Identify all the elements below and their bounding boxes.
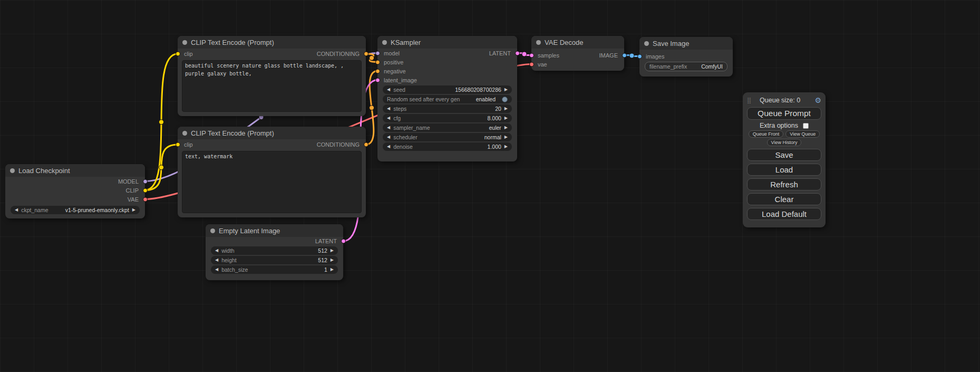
wire-conditioning-negative[interactable] <box>366 71 377 145</box>
node-ksampler[interactable]: KSampler model LATENT positive negative … <box>377 36 517 161</box>
decrement-arrow-icon[interactable]: ◀ <box>215 268 218 272</box>
output-slot-conditioning[interactable] <box>364 52 368 56</box>
steps-widget[interactable]: ◀ steps 20 ▶ <box>383 104 512 113</box>
increment-arrow-icon[interactable]: ▶ <box>504 145 508 149</box>
prev-arrow-icon[interactable]: ◀ <box>15 208 18 212</box>
node-vae-decode[interactable]: VAE Decode samples IMAGE vae <box>531 36 624 71</box>
next-arrow-icon[interactable]: ▶ <box>504 135 508 139</box>
input-slot-clip[interactable] <box>176 142 180 147</box>
output-slot-image[interactable] <box>622 53 627 58</box>
node-title-bar[interactable]: KSampler <box>377 36 517 49</box>
node-save-image[interactable]: Save Image images filename_prefix ComfyU… <box>639 37 733 77</box>
queue-size-label: Queue size: 0 <box>760 97 800 104</box>
node-clip-text-encode-positive[interactable]: CLIP Text Encode (Prompt) clip CONDITION… <box>178 36 366 116</box>
output-slot-model[interactable] <box>143 179 148 184</box>
queue-front-button[interactable]: Queue Front <box>749 130 784 138</box>
load-button[interactable]: Load <box>747 164 821 176</box>
collapse-dot-icon[interactable] <box>210 228 215 233</box>
prompt-textarea[interactable]: text, watermark <box>182 151 362 213</box>
node-title: CLIP Text Encode (Prompt) <box>191 129 274 137</box>
widget-value: enabled <box>476 96 496 102</box>
output-slot-conditioning[interactable] <box>364 142 368 147</box>
node-clip-text-encode-negative[interactable]: CLIP Text Encode (Prompt) clip CONDITION… <box>178 127 366 217</box>
collapse-dot-icon[interactable] <box>536 40 541 45</box>
refresh-button[interactable]: Refresh <box>747 178 821 190</box>
collapse-dot-icon[interactable] <box>10 168 15 173</box>
node-title-bar[interactable]: VAE Decode <box>531 36 624 49</box>
wire-clip-negative[interactable] <box>145 145 178 190</box>
batch-size-widget[interactable]: ◀ batch_size 1 ▶ <box>211 265 338 274</box>
drag-handle-icon[interactable]: ⣿ <box>747 97 751 104</box>
wire-clip-positive[interactable] <box>145 54 178 190</box>
prev-arrow-icon[interactable]: ◀ <box>387 135 390 139</box>
denoise-widget[interactable]: ◀ denoise 1.000 ▶ <box>383 142 512 151</box>
cfg-widget[interactable]: ◀ cfg 8.000 ▶ <box>383 114 512 122</box>
input-slot-model[interactable] <box>375 51 380 55</box>
decrement-arrow-icon[interactable]: ◀ <box>215 258 218 262</box>
next-arrow-icon[interactable]: ▶ <box>132 208 135 212</box>
output-slot-latent[interactable] <box>515 51 520 55</box>
node-title-bar[interactable]: Load Checkpoint <box>5 164 145 177</box>
widget-value: euler <box>489 125 501 131</box>
node-load-checkpoint[interactable]: Load Checkpoint MODEL CLIP VAE ◀ ckpt_na… <box>5 164 145 218</box>
toggle-dot-icon[interactable] <box>502 97 508 102</box>
decrement-arrow-icon[interactable]: ◀ <box>387 145 390 149</box>
increment-arrow-icon[interactable]: ▶ <box>331 249 334 253</box>
next-arrow-icon[interactable]: ▶ <box>504 126 508 130</box>
view-queue-button[interactable]: View Queue <box>785 130 820 138</box>
node-graph-canvas[interactable]: Load Checkpoint MODEL CLIP VAE ◀ ckpt_na… <box>0 0 980 372</box>
increment-arrow-icon[interactable]: ▶ <box>331 258 334 262</box>
output-slot-latent[interactable] <box>341 239 346 244</box>
node-title-bar[interactable]: CLIP Text Encode (Prompt) <box>178 36 366 49</box>
decrement-arrow-icon[interactable]: ◀ <box>215 249 218 253</box>
node-title-bar[interactable]: Save Image <box>639 37 733 50</box>
widget-label: steps <box>393 106 406 112</box>
queue-prompt-button[interactable]: Queue Prompt <box>747 107 821 120</box>
increment-arrow-icon[interactable]: ▶ <box>331 268 334 272</box>
decrement-arrow-icon[interactable]: ◀ <box>387 116 390 120</box>
input-slot-samples[interactable] <box>529 53 534 58</box>
sampler-name-widget[interactable]: ◀ sampler_name euler ▶ <box>383 123 512 132</box>
filename-prefix-widget[interactable]: filename_prefix ComfyUI <box>645 62 727 71</box>
width-widget[interactable]: ◀ width 512 ▶ <box>211 246 338 255</box>
input-slot-images[interactable] <box>637 54 642 59</box>
height-widget[interactable]: ◀ height 512 ▶ <box>211 256 338 264</box>
input-slot-clip[interactable] <box>176 52 180 56</box>
input-slot-vae[interactable] <box>529 62 534 66</box>
input-slot-latent-image[interactable] <box>375 78 380 82</box>
output-slot-clip[interactable] <box>143 188 148 193</box>
load-default-button[interactable]: Load Default <box>747 208 821 220</box>
node-title-bar[interactable]: Empty Latent Image <box>206 224 343 237</box>
prompt-textarea[interactable]: beautiful scenery nature glass bottle la… <box>182 60 362 112</box>
collapse-dot-icon[interactable] <box>644 41 649 46</box>
seed-widget[interactable]: ◀ seed 156680208700286 ▶ <box>383 85 512 94</box>
input-slot-negative[interactable] <box>375 69 380 73</box>
collapse-dot-icon[interactable] <box>382 40 387 45</box>
prev-arrow-icon[interactable]: ◀ <box>387 126 390 130</box>
settings-gear-icon[interactable]: ⚙ <box>814 96 821 104</box>
random-seed-toggle-widget[interactable]: Random seed after every gen enabled <box>383 95 512 103</box>
ckpt-name-widget[interactable]: ◀ ckpt_name v1-5-pruned-emaonly.ckpt ▶ <box>11 206 140 214</box>
increment-arrow-icon[interactable]: ▶ <box>504 88 508 92</box>
extra-options-checkbox[interactable] <box>803 123 809 129</box>
input-slot-positive[interactable] <box>375 60 380 64</box>
widget-value: 1 <box>324 266 327 273</box>
input-row-negative: negative <box>377 66 517 75</box>
clear-button[interactable]: Clear <box>747 193 821 205</box>
scheduler-widget[interactable]: ◀ scheduler normal ▶ <box>383 133 512 141</box>
output-slot-vae[interactable] <box>143 197 148 202</box>
save-button[interactable]: Save <box>747 149 821 161</box>
decrement-arrow-icon[interactable]: ◀ <box>387 88 390 92</box>
wire-midpoint-dot <box>629 53 634 58</box>
output-row-clip: CLIP <box>5 186 145 195</box>
widget-label: cfg <box>393 115 401 121</box>
view-history-button[interactable]: View History <box>767 139 802 146</box>
collapse-dot-icon[interactable] <box>182 40 187 45</box>
node-empty-latent-image[interactable]: Empty Latent Image LATENT ◀ width 512 ▶ … <box>206 224 343 280</box>
increment-arrow-icon[interactable]: ▶ <box>504 116 508 120</box>
widget-value: 1.000 <box>488 144 501 150</box>
node-title-bar[interactable]: CLIP Text Encode (Prompt) <box>178 127 366 139</box>
decrement-arrow-icon[interactable]: ◀ <box>387 107 390 111</box>
increment-arrow-icon[interactable]: ▶ <box>504 107 508 111</box>
collapse-dot-icon[interactable] <box>182 131 187 136</box>
